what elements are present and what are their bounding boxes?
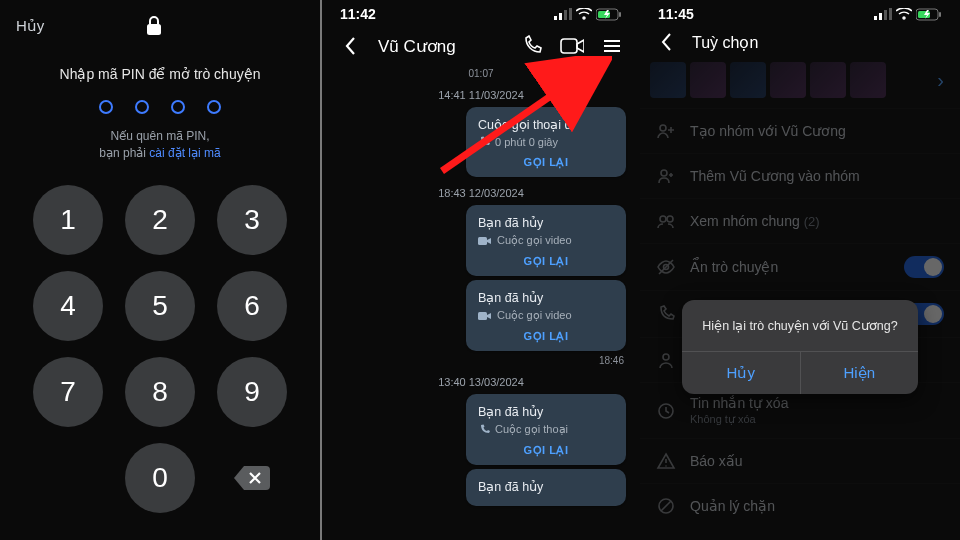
- date-separator: 14:41 11/03/2024: [322, 89, 640, 101]
- option-row[interactable]: Thêm Vũ Cương vào nhóm: [640, 153, 960, 198]
- call-bubble[interactable]: Bạn đã hủy: [466, 469, 626, 506]
- video-call-icon[interactable]: [560, 34, 584, 58]
- options-title: Tuỳ chọn: [692, 33, 758, 52]
- svg-rect-13: [478, 312, 487, 320]
- key-7[interactable]: 7: [33, 357, 103, 427]
- pin-dots: [0, 100, 320, 114]
- svg-rect-1: [554, 16, 557, 20]
- key-8[interactable]: 8: [125, 357, 195, 427]
- bubble-subtitle: Cuộc gọi thoại: [478, 423, 614, 436]
- chat-body[interactable]: 14:41 11/03/2024Cuộc gọi thoại đi0 phút …: [322, 89, 640, 506]
- group-icon: [656, 211, 676, 231]
- svg-rect-18: [889, 8, 892, 20]
- option-row[interactable]: Ẩn trò chuyện: [640, 243, 960, 290]
- media-thumbnails[interactable]: ›: [640, 58, 960, 108]
- status-bar: 11:45: [640, 0, 960, 24]
- svg-rect-12: [478, 237, 487, 245]
- call-back-button[interactable]: GỌI LẠI: [478, 330, 614, 343]
- key-2[interactable]: 2: [125, 185, 195, 255]
- option-label: Tạo nhóm với Vũ Cương: [690, 123, 846, 139]
- dialog-confirm-button[interactable]: Hiện: [800, 352, 919, 394]
- option-label: Báo xấu: [690, 453, 743, 469]
- call-back-button[interactable]: GỌI LẠI: [478, 156, 614, 169]
- key-0[interactable]: 0: [125, 443, 195, 513]
- pin-title: Nhập mã PIN để mở trò chuyện: [0, 66, 320, 82]
- svg-point-28: [663, 354, 669, 360]
- lock-icon: [142, 14, 166, 38]
- svg-rect-16: [879, 13, 882, 20]
- block-icon: [656, 496, 676, 516]
- bubble-title: Cuộc gọi thoại đi: [478, 117, 614, 132]
- toggle-switch[interactable]: [904, 256, 944, 278]
- svg-rect-0: [147, 24, 161, 35]
- wifi-icon: [896, 8, 912, 20]
- key-3[interactable]: 3: [217, 185, 287, 255]
- call-bubble[interactable]: Bạn đã hủyCuộc gọi videoGỌI LẠI: [466, 280, 626, 351]
- eye-off-icon: [656, 257, 676, 277]
- bubble-title: Bạn đã hủy: [478, 479, 614, 494]
- signal-icon: [554, 8, 572, 20]
- bubble-title: Bạn đã hủy: [478, 290, 614, 305]
- key-5[interactable]: 5: [125, 271, 195, 341]
- option-label: Quản lý chặn: [690, 498, 775, 514]
- option-row[interactable]: Tạo nhóm với Vũ Cương: [640, 108, 960, 153]
- signal-icon: [874, 8, 892, 20]
- key-backspace[interactable]: [217, 443, 287, 513]
- key-4[interactable]: 4: [33, 271, 103, 341]
- call-bubble[interactable]: Bạn đã hủyCuộc gọi thoạiGỌI LẠI: [466, 394, 626, 465]
- group-add-icon: [656, 121, 676, 141]
- bubble-subtitle: 0 phút 0 giây: [478, 136, 614, 148]
- battery-icon: [916, 8, 942, 21]
- call-bubble[interactable]: Bạn đã hủyCuộc gọi videoGỌI LẠI: [466, 205, 626, 276]
- warn-icon: [656, 451, 676, 471]
- call-bubble[interactable]: Cuộc gọi thoại đi0 phút 0 giâyGỌI LẠI: [466, 107, 626, 177]
- svg-point-22: [660, 125, 666, 131]
- wifi-icon: [576, 8, 592, 20]
- key-1[interactable]: 1: [33, 185, 103, 255]
- clock-icon: [656, 401, 676, 421]
- back-icon[interactable]: [654, 30, 678, 54]
- option-label: Xem nhóm chung(2): [690, 213, 820, 229]
- option-row[interactable]: Xem nhóm chung(2): [640, 198, 960, 243]
- pin-cancel-button[interactable]: Hủy: [16, 17, 44, 35]
- call-back-button[interactable]: GỌI LẠI: [478, 255, 614, 268]
- key-9[interactable]: 9: [217, 357, 287, 427]
- svg-rect-17: [884, 10, 887, 20]
- voice-call-icon[interactable]: [520, 34, 544, 58]
- date-separator: 13:40 13/03/2024: [322, 376, 640, 388]
- status-time: 11:45: [658, 6, 694, 22]
- call-back-button[interactable]: GỌI LẠI: [478, 444, 614, 457]
- chevron-right-icon[interactable]: ›: [937, 69, 950, 92]
- bubble-subtitle: Cuộc gọi video: [478, 309, 614, 322]
- pin-screen: Hủy Nhập mã PIN để mở trò chuyện Nếu quê…: [0, 0, 320, 540]
- bubble-title: Bạn đã hủy: [478, 404, 614, 419]
- menu-icon[interactable]: [600, 34, 624, 58]
- option-label: Thêm Vũ Cương vào nhóm: [690, 168, 860, 184]
- svg-rect-7: [619, 12, 621, 17]
- chat-title[interactable]: Vũ Cương: [378, 36, 504, 57]
- key-6[interactable]: 6: [217, 271, 287, 341]
- bubble-title: Bạn đã hủy: [478, 215, 614, 230]
- chat-header: Vũ Cương: [322, 24, 640, 66]
- confirm-dialog: Hiện lại trò chuyện với Vũ Cương? Hủy Hi…: [682, 300, 918, 394]
- date-separator: 18:43 12/03/2024: [322, 187, 640, 199]
- pin-hint: Nếu quên mã PIN, bạn phải cài đặt lại mã: [0, 128, 320, 163]
- options-header: Tuỳ chọn: [640, 24, 960, 58]
- dialog-cancel-button[interactable]: Hủy: [682, 352, 800, 394]
- option-row[interactable]: Báo xấu: [640, 438, 960, 483]
- option-row[interactable]: Quản lý chặn: [640, 483, 960, 528]
- prev-time: 01:07: [322, 68, 640, 79]
- user-add-icon: [656, 166, 676, 186]
- svg-rect-8: [561, 39, 577, 53]
- keypad: 1 2 3 4 5 6 7 8 9 0: [0, 185, 320, 513]
- svg-rect-2: [559, 13, 562, 20]
- svg-point-31: [665, 465, 667, 467]
- svg-rect-3: [564, 10, 567, 20]
- key-empty: [33, 443, 103, 513]
- phone-in-icon: [656, 304, 676, 324]
- user-cog-icon: [656, 350, 676, 370]
- status-time: 11:42: [340, 6, 376, 22]
- reset-pin-link[interactable]: cài đặt lại mã: [149, 146, 220, 160]
- battery-icon: [596, 8, 622, 21]
- back-icon[interactable]: [338, 34, 362, 58]
